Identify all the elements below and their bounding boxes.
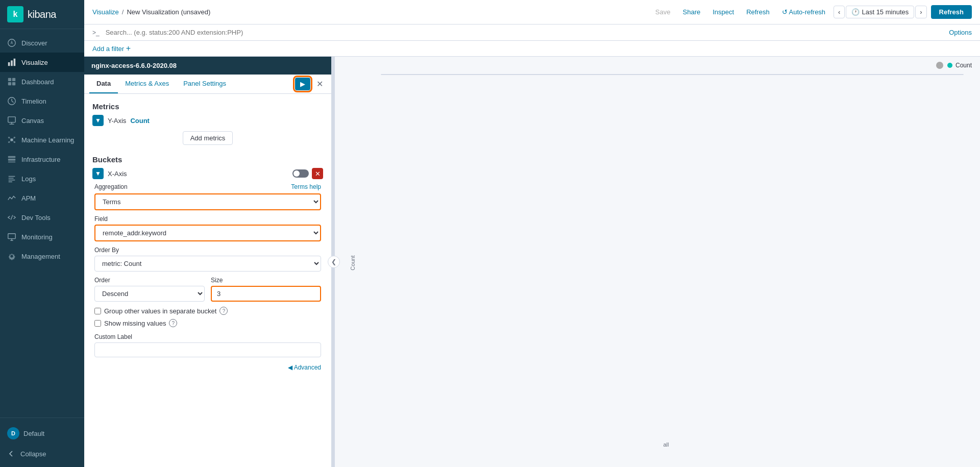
buckets-section: Buckets ▼ X-Axis ✕ Aggregation Term [92, 155, 323, 371]
close-panel-button[interactable]: ✕ [313, 78, 326, 90]
panel-tabs: Data Metrics & Axes Panel Settings ▶ ✕ [84, 75, 331, 94]
legend-dot [947, 63, 952, 68]
order-label: Order [94, 277, 205, 284]
kibana-logo-icon: k [7, 6, 23, 22]
tab-panel-settings[interactable]: Panel Settings [176, 75, 233, 93]
share-button[interactable]: Share [679, 6, 705, 18]
aggregation-area: Aggregation Terms help Terms Date Histog… [92, 183, 323, 371]
sidebar-label-monitoring: Monitoring [21, 233, 53, 241]
sidebar-label-infrastructure: Infrastructure [21, 156, 61, 163]
sidebar-item-dashboard[interactable]: Dashboard [0, 72, 84, 91]
inspect-button[interactable]: Inspect [708, 6, 738, 18]
show-missing-label: Show missing values [104, 319, 166, 327]
auto-refresh-button[interactable]: ↺ Auto-refresh [778, 6, 829, 18]
time-label: Last 15 minutes [862, 8, 909, 16]
body-area: nginx-access-6.6.0-2020.08 Data Metrics … [84, 57, 980, 467]
auto-refresh-icon: ↺ [782, 8, 788, 16]
refresh-top-button[interactable]: Refresh [742, 6, 774, 18]
sidebar-label-machine-learning: Machine Learning [21, 136, 74, 144]
chart-area: ❮ Count Count all [335, 57, 980, 467]
bucket-delete-button[interactable]: ✕ [312, 168, 323, 179]
group-other-help-icon[interactable]: ? [219, 307, 228, 315]
sidebar-item-infrastructure[interactable]: Infrastructure [0, 150, 84, 169]
svg-rect-6 [12, 78, 15, 81]
add-filter-button[interactable]: Add a filter + [92, 44, 131, 53]
next-time-btn[interactable]: › [915, 6, 926, 18]
sidebar-item-dev-tools[interactable]: Dev Tools [0, 208, 84, 227]
chart-canvas [381, 74, 964, 75]
sidebar-logo[interactable]: k kibana [0, 0, 84, 29]
svg-rect-8 [12, 82, 15, 85]
aggregation-select[interactable]: Terms Date Histogram Date Range Filters … [94, 193, 321, 210]
svg-rect-2 [8, 62, 10, 66]
legend-toggle-button[interactable] [936, 62, 943, 69]
ml-icon [7, 135, 16, 144]
svg-rect-12 [8, 117, 15, 122]
sidebar-user[interactable]: D Default [0, 422, 84, 445]
save-button[interactable]: Save [651, 6, 675, 18]
sidebar-label-timelion: Timelion [21, 97, 46, 105]
sidebar-item-visualize[interactable]: Visualize [0, 53, 84, 72]
sidebar-label-management: Management [21, 253, 60, 260]
tab-data[interactable]: Data [89, 75, 118, 93]
agg-header: Aggregation Terms help [94, 183, 321, 190]
search-prompt: >_ [92, 29, 100, 36]
bucket-axis-label: X-Axis [108, 170, 127, 178]
sidebar-item-discover[interactable]: Discover [0, 33, 84, 53]
logs-icon [7, 174, 16, 183]
size-input[interactable] [211, 286, 321, 302]
show-missing-row: Show missing values ? [94, 319, 321, 327]
options-button[interactable]: Options [949, 29, 972, 36]
advanced-link[interactable]: ◀ Advanced [288, 364, 321, 371]
field-select[interactable]: remote_addr.keyword @timestamp agent.key… [94, 225, 321, 241]
compass-icon [7, 38, 16, 47]
sidebar-item-canvas[interactable]: Canvas [0, 111, 84, 130]
svg-rect-26 [8, 162, 15, 163]
sidebar-item-monitoring[interactable]: Monitoring [0, 227, 84, 247]
breadcrumb-current: New Visualization (unsaved) [127, 8, 210, 16]
tab-metrics-axes[interactable]: Metrics & Axes [118, 75, 176, 93]
clock-icon-small: 🕐 [851, 8, 860, 16]
bucket-toggle[interactable] [292, 169, 309, 178]
group-other-label: Group other values in separate bucket [104, 307, 216, 315]
sidebar: k kibana Discover Visualize Dashboard Ti… [0, 0, 84, 467]
custom-label-input[interactable] [94, 342, 321, 357]
sidebar-item-apm[interactable]: APM [0, 188, 84, 208]
show-missing-checkbox[interactable] [94, 320, 101, 327]
order-by-label: Order By [94, 247, 321, 254]
order-by-select[interactable]: metric: Count Alphabetical [94, 256, 321, 272]
sidebar-label-logs: Logs [21, 175, 36, 183]
run-button[interactable]: ▶ [295, 78, 310, 90]
svg-rect-24 [8, 156, 15, 158]
group-other-checkbox[interactable] [94, 308, 101, 314]
filter-bar: Add a filter + [84, 41, 980, 57]
chart-collapse-button[interactable]: ❮ [328, 256, 340, 268]
metric-expand-button[interactable]: ▼ [92, 115, 104, 126]
sidebar-item-machine-learning[interactable]: Machine Learning [0, 130, 84, 150]
user-name: Default [23, 430, 44, 437]
order-select[interactable]: Descend Ascend [94, 286, 205, 302]
svg-rect-7 [8, 82, 11, 85]
search-input[interactable] [106, 29, 945, 36]
sidebar-collapse-btn[interactable]: Collapse [0, 445, 84, 463]
sidebar-item-timelion[interactable]: Timelion [0, 91, 84, 111]
time-picker-btn[interactable]: 🕐 Last 15 minutes [846, 6, 914, 18]
breadcrumb-root[interactable]: Visualize [92, 8, 119, 16]
show-missing-help-icon[interactable]: ? [169, 319, 177, 327]
add-metrics-button[interactable]: Add metrics [183, 131, 233, 145]
refresh-main-button[interactable]: Refresh [931, 5, 972, 19]
terms-help-link[interactable]: Terms help [291, 183, 321, 190]
custom-label-section: Custom Label [94, 333, 321, 357]
sidebar-item-management[interactable]: Management [0, 247, 84, 266]
prev-time-btn[interactable]: ‹ [834, 6, 845, 18]
sidebar-nav: Discover Visualize Dashboard Timelion Ca… [0, 29, 84, 417]
top-bar: Visualize / New Visualization (unsaved) … [84, 0, 980, 24]
svg-rect-4 [14, 59, 16, 66]
svg-line-11 [12, 101, 14, 103]
sidebar-label-dev-tools: Dev Tools [21, 214, 51, 222]
sidebar-item-logs[interactable]: Logs [0, 169, 84, 188]
monitor-icon [7, 232, 16, 241]
clock-icon [7, 96, 16, 106]
group-other-row: Group other values in separate bucket ? [94, 307, 321, 315]
bucket-expand-button[interactable]: ▼ [92, 168, 104, 179]
